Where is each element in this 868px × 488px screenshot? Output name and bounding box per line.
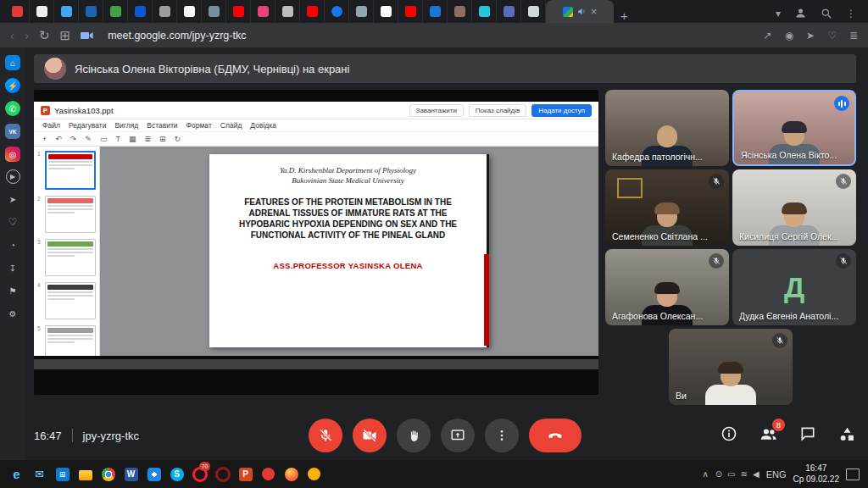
bookmark-heart-icon[interactable]: ♡ [827,30,837,42]
toolbar-icon[interactable]: ≣ [144,135,151,143]
back-icon[interactable]: ‹ [10,29,14,42]
browser-tab[interactable] [177,0,202,23]
browser-tab[interactable] [423,0,448,23]
taskbar-app-icon[interactable]: S [165,460,188,488]
sidebar-app-icon[interactable]: ⚡ [5,78,20,93]
browser-tab[interactable] [521,0,546,23]
raise-hand-button[interactable] [397,419,431,452]
menu-item[interactable]: Файл [42,121,60,130]
sidebar-app-icon[interactable]: ⚙ [5,306,20,321]
more-options-button[interactable] [485,419,519,452]
sidebar-app-icon[interactable]: ↧ [5,260,20,275]
keyboard-language[interactable]: ENG [766,469,787,480]
browser-tab[interactable] [398,0,423,23]
participant-tile[interactable]: Д Дудка Євгенія Анатолі... [732,249,856,325]
menu-item[interactable]: Вигляд [114,121,138,130]
sidebar-app-icon[interactable]: ♡ [5,214,20,230]
browser-tab[interactable] [128,0,153,23]
activities-button[interactable] [838,425,856,446]
tab-close-icon[interactable]: × [591,6,598,17]
browser-menu-icon[interactable]: ⋮ [846,8,856,19]
toolbar-icon[interactable]: ↷ [70,135,77,143]
browser-tab[interactable] [153,0,177,23]
browser-tab[interactable] [275,0,300,23]
panels-icon[interactable]: ≣ [849,30,858,42]
participant-tile[interactable]: Агафонова Олексан... [605,249,729,325]
taskbar-app-icon[interactable] [257,460,280,488]
browser-tab[interactable] [325,0,349,23]
sidebar-app-icon[interactable]: ▶ [6,169,20,184]
sidebar-app-icon[interactable]: ◎ [5,147,20,162]
share-access-button[interactable]: Надати доступ [531,104,592,117]
sidebar-app-icon[interactable]: ◔ [5,237,20,252]
taskbar-app-icon[interactable]: W [120,460,142,488]
taskbar-app-icon[interactable] [280,460,303,488]
taskbar-app-icon[interactable] [211,460,234,488]
slide-thumbnail[interactable]: 4 [37,282,96,319]
forward-icon[interactable]: › [25,29,29,42]
taskbar-app-icon[interactable] [74,460,97,488]
taskbar-app-icon[interactable] [97,460,120,488]
tray-status-icon[interactable]: ◀ [753,469,760,479]
participant-tile[interactable]: Кафедра патологічн... [605,90,729,166]
menu-item[interactable]: Формат [186,121,212,130]
self-tile[interactable]: Ви [669,329,793,405]
send-to-device-icon[interactable]: ➤ [806,30,815,42]
new-tab-button[interactable]: + [620,8,628,23]
sidebar-app-icon[interactable]: VK [5,124,20,139]
present-button[interactable] [441,419,475,452]
menu-item[interactable]: Вставити [147,121,177,130]
info-button[interactable] [721,425,737,446]
browser-tab[interactable] [54,0,79,23]
action-center-icon[interactable] [846,469,860,480]
hidden-icons-caret[interactable]: ∧ [702,469,708,479]
menu-item[interactable]: Довідка [250,121,276,130]
profile-icon[interactable] [794,7,807,19]
browser-tab[interactable] [497,0,521,23]
browser-tab[interactable] [202,0,226,23]
tray-status-icon[interactable]: ⊙ [715,469,722,479]
slide-thumbnail[interactable]: 1 [37,151,96,190]
speed-dial-icon[interactable]: ⊞ [60,29,71,42]
taskbar-app-icon[interactable]: P [234,460,257,488]
browser-tab[interactable] [300,0,325,23]
toolbar-icon[interactable]: T [115,135,120,143]
menu-item[interactable]: Редагувати [69,121,106,130]
toolbar-icon[interactable]: ✎ [85,135,92,143]
taskbar-clock[interactable]: 16:47 Ср 09.02.22 [793,463,840,485]
toolbar-icon[interactable]: ▦ [129,135,136,143]
download-button[interactable]: Завантажити [409,104,464,117]
browser-tab[interactable] [30,0,54,23]
camera-toggle-button[interactable] [353,419,387,452]
browser-tab[interactable] [251,0,275,23]
toolbar-icon[interactable]: ↻ [175,135,181,143]
toolbar-icon[interactable]: ▭ [100,135,108,143]
slide-thumbnail[interactable]: 5 [37,325,96,356]
sidebar-app-icon[interactable]: ⚑ [5,283,20,298]
slide-thumbnail[interactable]: 3 [37,239,96,276]
sidebar-app-icon[interactable]: ⌂ [5,55,20,70]
people-button[interactable]: 8 [760,425,777,446]
browser-tab[interactable] [448,0,472,23]
toolbar-icon[interactable]: + [42,135,47,143]
menu-item[interactable]: Слайд [220,121,242,130]
taskbar-app-icon[interactable] [142,460,165,488]
toolbar-icon[interactable]: ↶ [55,135,62,143]
url-text[interactable]: meet.google.com/jpy-yzrg-tkc [108,30,246,42]
leave-call-button[interactable] [529,419,581,452]
participant-tile-speaking[interactable]: Ясінська Олена Вікто... [732,90,856,166]
taskbar-app-icon[interactable]: 70 [188,460,211,488]
browser-tab[interactable] [5,0,30,23]
browser-tab[interactable] [103,0,128,23]
slide-thumbnail[interactable]: 2 [37,196,96,233]
taskbar-app-icon[interactable]: ⊞ [51,460,74,488]
browser-tab[interactable] [349,0,374,23]
mic-toggle-button[interactable] [309,419,342,452]
search-icon[interactable] [821,8,832,19]
browser-tab[interactable] [226,0,251,23]
browser-tab[interactable] [472,0,497,23]
taskbar-app-icon[interactable]: ✉ [28,460,51,488]
tab-search-caret-icon[interactable]: ▾ [776,8,781,19]
browser-tab[interactable] [79,0,103,23]
sidebar-app-icon[interactable]: ➤ [5,191,20,207]
